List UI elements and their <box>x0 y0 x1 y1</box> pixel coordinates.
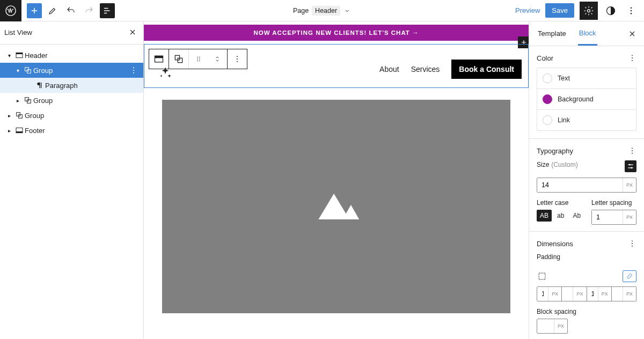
svg-point-31 <box>237 61 238 62</box>
undo-button[interactable] <box>63 3 78 18</box>
tree-item-group[interactable]: ▸ Group <box>0 93 143 108</box>
svg-point-42 <box>632 246 633 247</box>
edit-tool-button[interactable] <box>45 3 60 18</box>
settings-button[interactable] <box>580 2 598 20</box>
tree-item-label: Header <box>25 51 48 60</box>
letterspacing-unit[interactable]: PX <box>623 210 636 224</box>
color-text-row[interactable]: Text <box>537 68 636 89</box>
svg-point-35 <box>632 148 633 149</box>
svg-point-24 <box>199 57 200 58</box>
svg-point-26 <box>199 58 200 60</box>
font-size-input[interactable] <box>537 178 623 192</box>
chevron-down-icon <box>343 7 351 14</box>
tree-item-label: Footer <box>25 127 45 135</box>
padding-sides-icon[interactable] <box>537 271 547 282</box>
more-menu-button[interactable] <box>624 3 639 18</box>
tab-template[interactable]: Template <box>537 23 567 45</box>
chevron-right-icon: ▸ <box>5 128 13 134</box>
add-block-button[interactable] <box>27 3 42 18</box>
tree-item-paragraph[interactable]: Paragraph <box>0 78 143 93</box>
typography-section-title: Typography <box>537 147 573 155</box>
svg-rect-21 <box>175 55 179 60</box>
text-swatch <box>543 73 552 83</box>
svg-point-37 <box>632 153 633 154</box>
tree-item-group[interactable]: ▸ Group <box>0 108 143 123</box>
size-hint: (Custom) <box>551 161 577 168</box>
svg-rect-43 <box>539 273 545 279</box>
svg-point-1 <box>588 9 590 12</box>
tree-item-footer[interactable]: ▸ Footer <box>0 123 143 138</box>
svg-rect-7 <box>16 53 23 54</box>
svg-rect-13 <box>25 98 29 101</box>
padding-link-toggle[interactable] <box>623 270 636 282</box>
letterspacing-input[interactable] <box>592 210 623 224</box>
lettercase-lower[interactable]: ab <box>554 210 567 222</box>
typography-section-options[interactable] <box>628 146 636 155</box>
padding-label: Padding <box>537 253 636 261</box>
svg-point-33 <box>632 57 633 58</box>
styles-button[interactable] <box>603 3 618 18</box>
redo-button[interactable] <box>82 3 97 18</box>
color-link-row[interactable]: Link <box>537 109 636 130</box>
wp-logo[interactable] <box>0 0 21 21</box>
lettercase-title[interactable]: Ab <box>569 210 584 222</box>
lettercase-upper[interactable]: AB <box>537 210 552 222</box>
save-button[interactable]: Save <box>545 3 574 18</box>
svg-point-5 <box>631 13 632 14</box>
color-link-label: Link <box>558 116 570 124</box>
color-background-row[interactable]: Background <box>537 89 636 109</box>
document-title[interactable]: Page Header <box>293 6 351 16</box>
tree-item-label: Group <box>33 97 53 105</box>
close-list-view-button[interactable] <box>128 28 137 36</box>
header-group-block[interactable]: About Services Book a Consult <box>144 44 529 88</box>
tree-item-header[interactable]: ▾ Header <box>0 48 143 63</box>
svg-rect-9 <box>27 70 31 73</box>
list-view-toggle[interactable] <box>100 3 115 18</box>
color-section-title: Color <box>537 54 553 62</box>
size-label: Size <box>537 161 549 168</box>
tree-item-group-selected[interactable]: ▾ Group <box>0 63 143 78</box>
padding-right-input[interactable] <box>562 287 573 301</box>
svg-rect-14 <box>27 100 31 104</box>
chevron-down-icon: ▾ <box>14 68 21 73</box>
block-more-options[interactable] <box>228 49 247 69</box>
site-nav: About Services Book a Consult <box>379 60 522 79</box>
lettercase-label: Letter case <box>537 199 584 207</box>
svg-rect-22 <box>178 58 182 62</box>
tab-block[interactable]: Block <box>578 22 597 46</box>
banner-text: NOW ACCEPTING NEW CLIENTS! LET'S CHAT → <box>253 30 419 36</box>
svg-point-3 <box>631 7 632 8</box>
close-inspector-button[interactable] <box>628 30 636 38</box>
group-icon <box>14 111 25 120</box>
svg-point-28 <box>199 61 200 62</box>
svg-point-10 <box>133 67 134 68</box>
nav-about[interactable]: About <box>379 65 399 73</box>
blockspacing-label: Block spacing <box>537 308 636 315</box>
svg-point-32 <box>632 55 633 56</box>
mountain-icon <box>311 188 362 225</box>
blockspacing-input[interactable] <box>537 319 554 333</box>
tree-item-options[interactable] <box>129 66 138 75</box>
size-unit[interactable]: PX <box>623 178 636 192</box>
dimensions-section-options[interactable] <box>628 239 636 248</box>
size-presets-toggle[interactable] <box>625 160 636 172</box>
tree-item-label: Group <box>25 112 44 120</box>
hero-image-placeholder[interactable] <box>162 100 510 313</box>
svg-point-11 <box>133 70 134 71</box>
chevron-right-icon: ▸ <box>14 98 21 104</box>
move-up-down[interactable] <box>208 49 227 69</box>
svg-rect-18 <box>16 131 23 133</box>
svg-point-36 <box>632 150 633 151</box>
padding-bottom-input[interactable] <box>587 287 598 301</box>
padding-left-input[interactable] <box>612 287 623 301</box>
preview-link[interactable]: Preview <box>515 6 540 14</box>
color-section-options[interactable] <box>628 54 636 62</box>
padding-top-input[interactable] <box>537 287 548 301</box>
group-icon <box>23 96 33 105</box>
nav-services[interactable]: Services <box>411 65 440 73</box>
drag-handle[interactable] <box>188 49 208 69</box>
chevron-right-icon: ▸ <box>5 113 13 119</box>
nav-cta-button[interactable]: Book a Consult <box>451 60 522 79</box>
announcement-banner[interactable]: NOW ACCEPTING NEW CLIENTS! LET'S CHAT → <box>144 25 529 41</box>
svg-point-39 <box>631 167 632 169</box>
